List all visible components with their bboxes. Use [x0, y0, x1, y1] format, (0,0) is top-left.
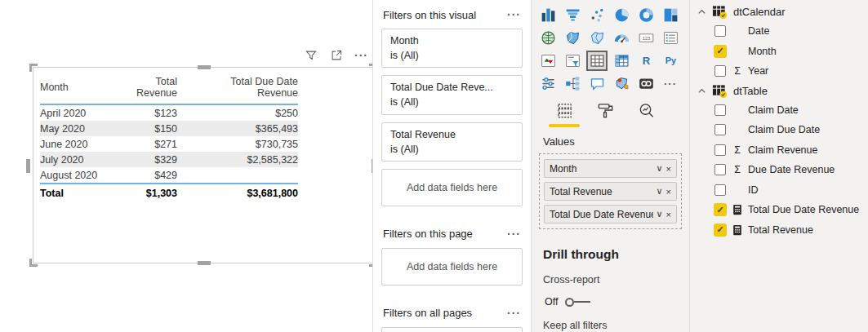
- resize-handle-top[interactable]: [198, 65, 211, 69]
- add-data-fields-dropzone[interactable]: Add data fields here: [381, 327, 523, 332]
- field-well-pill[interactable]: Month∨×: [544, 159, 677, 178]
- checkbox-unchecked[interactable]: [714, 164, 726, 175]
- field-item[interactable]: ✓Total Revenue: [690, 220, 868, 241]
- chevron-down-icon[interactable]: ∨: [657, 186, 663, 197]
- more-options-icon[interactable]: ···: [507, 309, 521, 317]
- filter-card[interactable]: Total Due Date Reve...is (All): [381, 75, 523, 114]
- table-cell: $429: [114, 167, 177, 184]
- checkbox-unchecked[interactable]: [714, 104, 726, 116]
- cross-report-state: Off: [545, 296, 558, 308]
- table-cell: July 2020: [40, 152, 114, 167]
- viz-icon-kpi[interactable]: [537, 51, 559, 71]
- tab-analytics[interactable]: [630, 101, 661, 127]
- viz-icon-decomposition-tree[interactable]: [562, 73, 583, 94]
- field-item[interactable]: ID: [690, 180, 868, 201]
- field-label: Due Date Revenue: [748, 164, 835, 175]
- viz-icon-matrix[interactable]: [611, 51, 632, 71]
- field-item[interactable]: ✓Month: [690, 42, 868, 62]
- resize-handle-left[interactable]: [26, 159, 30, 173]
- viz-icon-scatter-chart[interactable]: [586, 5, 608, 25]
- collapse-chevron-icon[interactable]: [697, 7, 706, 16]
- fields-tab-icon: [555, 101, 574, 120]
- viz-icon-smart-narrative[interactable]: [586, 73, 608, 94]
- viz-icon-card[interactable]: 123: [635, 28, 657, 48]
- viz-icon-slicer[interactable]: [562, 51, 583, 71]
- field-item[interactable]: ✓Total Due Date Revenue: [690, 200, 868, 220]
- checkbox-unchecked[interactable]: [714, 65, 726, 77]
- filter-card[interactable]: Total Revenueis (All): [381, 122, 523, 162]
- filter-field-name: Total Revenue: [390, 127, 514, 142]
- checkbox-unchecked[interactable]: [714, 124, 726, 135]
- checkbox-wrap: ✓: [713, 45, 728, 58]
- viz-icon-stacked-bar-chart[interactable]: [537, 5, 559, 25]
- viz-icon-power-automate[interactable]: [635, 73, 657, 94]
- viz-icon-treemap[interactable]: [660, 5, 681, 25]
- resize-handle-top-left[interactable]: [29, 64, 38, 72]
- resize-handle-bottom-left[interactable]: [29, 259, 38, 267]
- checkbox-unchecked[interactable]: [714, 25, 726, 37]
- drill-through-title: Drill through: [543, 247, 683, 262]
- remove-field-icon[interactable]: ×: [666, 187, 671, 197]
- chevron-down-icon[interactable]: ∨: [657, 209, 663, 219]
- powerbi-window: ··· MonthTotal RevenueTotal Due Date Rev…: [0, 0, 868, 332]
- viz-icon-shape-map[interactable]: [586, 28, 608, 48]
- tab-format[interactable]: [590, 101, 621, 127]
- remove-field-icon[interactable]: ×: [666, 210, 671, 219]
- viz-icon-multi-row-card[interactable]: [660, 28, 681, 48]
- field-item[interactable]: ΣDue Date Revenue: [690, 160, 868, 180]
- values-field-well[interactable]: Month∨×Total Revenue∨×Total Due Date Rev…: [539, 153, 682, 229]
- filter-icon[interactable]: [304, 48, 318, 63]
- more-options-icon[interactable]: ···: [507, 230, 521, 238]
- viz-icon-arcgis-map[interactable]: [611, 73, 632, 94]
- viz-icon-donut-chart[interactable]: [635, 5, 657, 25]
- viz-icon-python-script[interactable]: Py: [660, 51, 681, 71]
- add-data-fields-dropzone[interactable]: Add data fields here: [381, 169, 523, 206]
- collapse-chevron-icon[interactable]: [697, 86, 706, 95]
- filter-section: Filters on all pages···Add data fields h…: [381, 307, 523, 332]
- focus-mode-icon[interactable]: [329, 48, 344, 63]
- viz-icon-gauge[interactable]: [611, 28, 632, 48]
- report-canvas[interactable]: ··· MonthTotal RevenueTotal Due Date Rev…: [0, 0, 372, 332]
- chevron-down-icon[interactable]: ∨: [657, 163, 663, 174]
- fields-table-name: dtCalendar: [733, 6, 786, 18]
- checkbox-unchecked[interactable]: [714, 144, 726, 156]
- sigma-icon: Σ: [731, 65, 744, 77]
- table-checked-icon: [712, 4, 728, 20]
- resize-handle-bottom[interactable]: [198, 261, 211, 265]
- remove-field-icon[interactable]: ×: [666, 164, 671, 174]
- checkbox-checked[interactable]: ✓: [714, 224, 727, 237]
- field-item[interactable]: ΣClaim Revenue: [690, 140, 868, 161]
- viz-icon-map[interactable]: [537, 28, 559, 48]
- tab-fields[interactable]: [549, 101, 580, 127]
- field-item[interactable]: ΣYear: [690, 61, 868, 82]
- table-cell: August 2020: [40, 167, 114, 184]
- viz-icon-pie-chart[interactable]: [611, 5, 632, 25]
- add-data-fields-dropzone[interactable]: Add data fields here: [381, 248, 523, 286]
- more-options-icon[interactable]: ···: [354, 51, 368, 60]
- checkbox-wrap: [713, 164, 728, 175]
- field-item[interactable]: Claim Date: [690, 100, 868, 121]
- field-item[interactable]: Date: [690, 21, 868, 42]
- filter-section-title: Filters on this page: [383, 228, 473, 240]
- fields-table-dtCalendar[interactable]: dtCalendar: [690, 2, 868, 21]
- checkbox-checked[interactable]: ✓: [714, 45, 727, 58]
- more-options-icon[interactable]: ···: [507, 11, 521, 19]
- filter-card[interactable]: Monthis (All): [381, 29, 523, 68]
- checkbox-unchecked[interactable]: [714, 184, 726, 196]
- cross-report-toggle[interactable]: [565, 298, 590, 307]
- table-visual[interactable]: MonthTotal RevenueTotal Due Date Revenue…: [33, 67, 374, 263]
- field-well-pill[interactable]: Total Due Date Revenue∨×: [544, 205, 677, 224]
- viz-icon-funnel-chart[interactable]: [562, 5, 583, 25]
- viz-icon-slicer-list[interactable]: [537, 73, 559, 94]
- fields-table-dtTable[interactable]: dtTable: [690, 82, 868, 100]
- viz-icon-more-visuals[interactable]: ···: [660, 73, 681, 94]
- viz-icon-r-script[interactable]: R: [635, 51, 657, 71]
- fields-table-name: dtTable: [733, 85, 768, 97]
- viz-icon-filled-map[interactable]: [562, 28, 583, 48]
- checkbox-checked[interactable]: ✓: [714, 203, 727, 216]
- field-item[interactable]: Claim Due Date: [690, 120, 868, 140]
- filters-pane: Filters on this visual···Monthis (All)To…: [372, 0, 532, 332]
- field-label: Claim Due Date: [748, 124, 820, 135]
- viz-icon-table[interactable]: [586, 51, 608, 71]
- field-well-pill[interactable]: Total Revenue∨×: [544, 182, 677, 201]
